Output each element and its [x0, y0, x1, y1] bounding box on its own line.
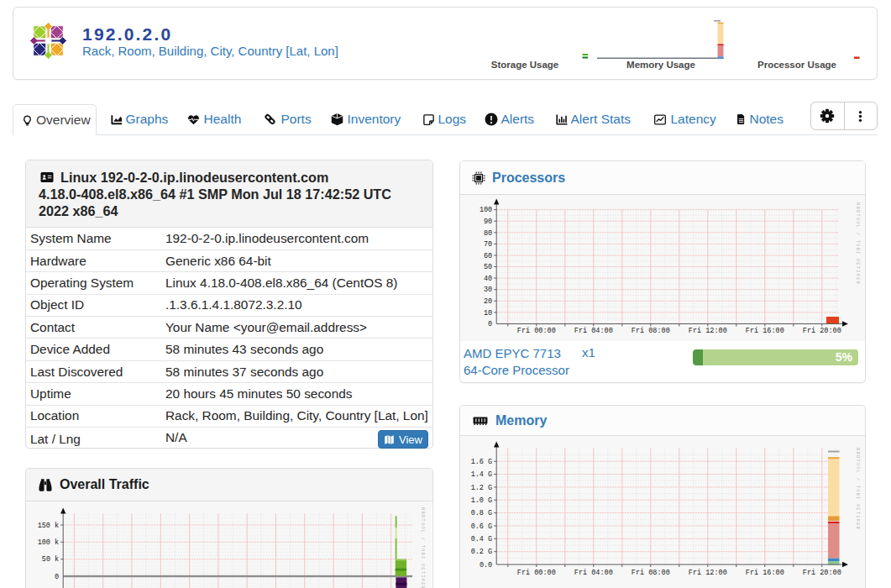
- svg-text:0: 0: [55, 573, 59, 581]
- svg-text:0.8 G: 0.8 G: [471, 509, 493, 517]
- svg-text:1.4 G: 1.4 G: [471, 470, 493, 479]
- svg-text:Fri 20:00: Fri 20:00: [803, 569, 841, 577]
- svg-text:0: 0: [488, 320, 492, 328]
- svg-text:50 k: 50 k: [42, 555, 59, 564]
- svg-text:Fri 00:00: Fri 00:00: [517, 327, 556, 335]
- svg-text:RRDTOOL / TOBI OETIKER: RRDTOOL / TOBI OETIKER: [855, 202, 861, 285]
- svg-text:0.4 G: 0.4 G: [471, 535, 493, 543]
- svg-text:90: 90: [484, 218, 492, 226]
- svg-text:0.0: 0.0: [480, 561, 492, 570]
- svg-text:0.6 G: 0.6 G: [471, 522, 493, 531]
- svg-text:1.0 G: 1.0 G: [471, 496, 493, 505]
- svg-text:Fri 16:00: Fri 16:00: [746, 327, 784, 335]
- svg-text:Fri 12:00: Fri 12:00: [689, 327, 727, 335]
- svg-text:RRDTOOL / TOBI OETIKER: RRDTOOL / TOBI OETIKER: [855, 448, 861, 530]
- svg-text:70: 70: [484, 240, 492, 249]
- svg-text:100 k: 100 k: [38, 538, 60, 547]
- svg-text:Fri 08:00: Fri 08:00: [632, 327, 670, 335]
- svg-text:30: 30: [484, 286, 492, 294]
- svg-text:100: 100: [480, 206, 492, 214]
- svg-text:20: 20: [484, 297, 492, 306]
- svg-text:10: 10: [484, 309, 492, 318]
- svg-text:Fri 16:00: Fri 16:00: [746, 569, 784, 577]
- svg-text:Fri 04:00: Fri 04:00: [574, 327, 613, 335]
- svg-text:Fri 08:00: Fri 08:00: [632, 569, 670, 577]
- svg-text:1.2 G: 1.2 G: [471, 484, 493, 492]
- svg-text:60: 60: [484, 252, 492, 260]
- svg-text:Fri 12:00: Fri 12:00: [689, 569, 727, 577]
- svg-text:50: 50: [484, 263, 492, 271]
- svg-text:40: 40: [484, 275, 492, 283]
- svg-text:Fri 00:00: Fri 00:00: [517, 569, 556, 577]
- svg-text:0.2 G: 0.2 G: [471, 548, 493, 556]
- svg-text:80: 80: [484, 229, 492, 238]
- svg-text:150 k: 150 k: [38, 522, 60, 530]
- svg-text:Fri 04:00: Fri 04:00: [574, 569, 613, 577]
- svg-text:Fri 20:00: Fri 20:00: [803, 327, 841, 335]
- svg-text:1.6 G: 1.6 G: [471, 458, 493, 466]
- svg-text:RRDTOOL / TOBI OETIKER: RRDTOOL / TOBI OETIKER: [420, 507, 426, 588]
